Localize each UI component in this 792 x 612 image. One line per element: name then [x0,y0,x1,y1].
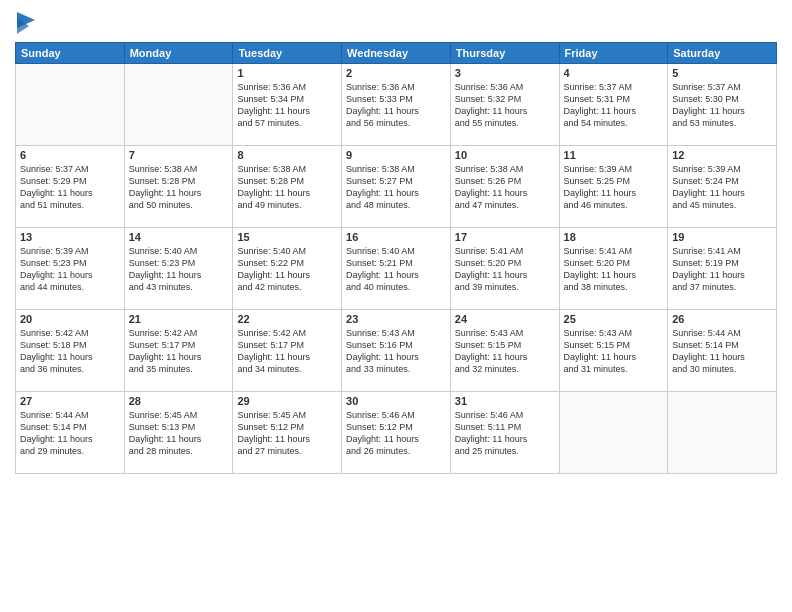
calendar-cell: 30Sunrise: 5:46 AM Sunset: 5:12 PM Dayli… [342,391,451,473]
cell-content: Sunrise: 5:38 AM Sunset: 5:26 PM Dayligh… [455,163,555,212]
cell-content: Sunrise: 5:36 AM Sunset: 5:34 PM Dayligh… [237,81,337,130]
day-number: 3 [455,67,555,79]
calendar-cell: 26Sunrise: 5:44 AM Sunset: 5:14 PM Dayli… [668,309,777,391]
calendar-cell: 8Sunrise: 5:38 AM Sunset: 5:28 PM Daylig… [233,145,342,227]
calendar-cell: 22Sunrise: 5:42 AM Sunset: 5:17 PM Dayli… [233,309,342,391]
day-number: 5 [672,67,772,79]
day-number: 4 [564,67,664,79]
calendar-cell: 3Sunrise: 5:36 AM Sunset: 5:32 PM Daylig… [450,63,559,145]
day-number: 22 [237,313,337,325]
day-number: 1 [237,67,337,79]
calendar-day-header: Wednesday [342,42,451,63]
calendar-cell [16,63,125,145]
calendar-cell: 24Sunrise: 5:43 AM Sunset: 5:15 PM Dayli… [450,309,559,391]
cell-content: Sunrise: 5:45 AM Sunset: 5:12 PM Dayligh… [237,409,337,458]
cell-content: Sunrise: 5:39 AM Sunset: 5:24 PM Dayligh… [672,163,772,212]
day-number: 31 [455,395,555,407]
calendar-cell: 19Sunrise: 5:41 AM Sunset: 5:19 PM Dayli… [668,227,777,309]
calendar-cell: 20Sunrise: 5:42 AM Sunset: 5:18 PM Dayli… [16,309,125,391]
calendar-week-row: 27Sunrise: 5:44 AM Sunset: 5:14 PM Dayli… [16,391,777,473]
header [15,10,777,34]
calendar-cell: 6Sunrise: 5:37 AM Sunset: 5:29 PM Daylig… [16,145,125,227]
day-number: 20 [20,313,120,325]
day-number: 27 [20,395,120,407]
cell-content: Sunrise: 5:46 AM Sunset: 5:12 PM Dayligh… [346,409,446,458]
calendar-cell: 29Sunrise: 5:45 AM Sunset: 5:12 PM Dayli… [233,391,342,473]
calendar-cell: 21Sunrise: 5:42 AM Sunset: 5:17 PM Dayli… [124,309,233,391]
calendar-day-header: Tuesday [233,42,342,63]
cell-content: Sunrise: 5:37 AM Sunset: 5:31 PM Dayligh… [564,81,664,130]
calendar-cell: 25Sunrise: 5:43 AM Sunset: 5:15 PM Dayli… [559,309,668,391]
calendar-cell: 17Sunrise: 5:41 AM Sunset: 5:20 PM Dayli… [450,227,559,309]
calendar-header-row: SundayMondayTuesdayWednesdayThursdayFrid… [16,42,777,63]
day-number: 18 [564,231,664,243]
day-number: 26 [672,313,772,325]
calendar-day-header: Saturday [668,42,777,63]
day-number: 14 [129,231,229,243]
cell-content: Sunrise: 5:39 AM Sunset: 5:23 PM Dayligh… [20,245,120,294]
day-number: 7 [129,149,229,161]
calendar-day-header: Thursday [450,42,559,63]
calendar-week-row: 1Sunrise: 5:36 AM Sunset: 5:34 PM Daylig… [16,63,777,145]
day-number: 2 [346,67,446,79]
day-number: 28 [129,395,229,407]
day-number: 17 [455,231,555,243]
calendar-cell: 9Sunrise: 5:38 AM Sunset: 5:27 PM Daylig… [342,145,451,227]
calendar-cell: 1Sunrise: 5:36 AM Sunset: 5:34 PM Daylig… [233,63,342,145]
calendar-day-header: Friday [559,42,668,63]
calendar-table: SundayMondayTuesdayWednesdayThursdayFrid… [15,42,777,474]
cell-content: Sunrise: 5:38 AM Sunset: 5:28 PM Dayligh… [237,163,337,212]
cell-content: Sunrise: 5:42 AM Sunset: 5:17 PM Dayligh… [237,327,337,376]
cell-content: Sunrise: 5:45 AM Sunset: 5:13 PM Dayligh… [129,409,229,458]
calendar-cell: 7Sunrise: 5:38 AM Sunset: 5:28 PM Daylig… [124,145,233,227]
calendar-cell: 2Sunrise: 5:36 AM Sunset: 5:33 PM Daylig… [342,63,451,145]
calendar-cell: 4Sunrise: 5:37 AM Sunset: 5:31 PM Daylig… [559,63,668,145]
day-number: 30 [346,395,446,407]
cell-content: Sunrise: 5:42 AM Sunset: 5:18 PM Dayligh… [20,327,120,376]
cell-content: Sunrise: 5:46 AM Sunset: 5:11 PM Dayligh… [455,409,555,458]
page-container: SundayMondayTuesdayWednesdayThursdayFrid… [0,0,792,612]
cell-content: Sunrise: 5:41 AM Sunset: 5:20 PM Dayligh… [455,245,555,294]
cell-content: Sunrise: 5:36 AM Sunset: 5:33 PM Dayligh… [346,81,446,130]
day-number: 19 [672,231,772,243]
cell-content: Sunrise: 5:39 AM Sunset: 5:25 PM Dayligh… [564,163,664,212]
day-number: 21 [129,313,229,325]
calendar-day-header: Monday [124,42,233,63]
day-number: 9 [346,149,446,161]
calendar-cell: 27Sunrise: 5:44 AM Sunset: 5:14 PM Dayli… [16,391,125,473]
calendar-cell: 15Sunrise: 5:40 AM Sunset: 5:22 PM Dayli… [233,227,342,309]
calendar-cell: 23Sunrise: 5:43 AM Sunset: 5:16 PM Dayli… [342,309,451,391]
calendar-cell: 13Sunrise: 5:39 AM Sunset: 5:23 PM Dayli… [16,227,125,309]
calendar-cell: 28Sunrise: 5:45 AM Sunset: 5:13 PM Dayli… [124,391,233,473]
day-number: 24 [455,313,555,325]
cell-content: Sunrise: 5:40 AM Sunset: 5:23 PM Dayligh… [129,245,229,294]
calendar-week-row: 6Sunrise: 5:37 AM Sunset: 5:29 PM Daylig… [16,145,777,227]
calendar-cell: 14Sunrise: 5:40 AM Sunset: 5:23 PM Dayli… [124,227,233,309]
calendar-cell [668,391,777,473]
cell-content: Sunrise: 5:44 AM Sunset: 5:14 PM Dayligh… [20,409,120,458]
day-number: 23 [346,313,446,325]
cell-content: Sunrise: 5:37 AM Sunset: 5:29 PM Dayligh… [20,163,120,212]
cell-content: Sunrise: 5:41 AM Sunset: 5:19 PM Dayligh… [672,245,772,294]
calendar-day-header: Sunday [16,42,125,63]
cell-content: Sunrise: 5:40 AM Sunset: 5:22 PM Dayligh… [237,245,337,294]
day-number: 8 [237,149,337,161]
cell-content: Sunrise: 5:43 AM Sunset: 5:15 PM Dayligh… [455,327,555,376]
day-number: 12 [672,149,772,161]
calendar-cell: 11Sunrise: 5:39 AM Sunset: 5:25 PM Dayli… [559,145,668,227]
cell-content: Sunrise: 5:36 AM Sunset: 5:32 PM Dayligh… [455,81,555,130]
cell-content: Sunrise: 5:38 AM Sunset: 5:27 PM Dayligh… [346,163,446,212]
cell-content: Sunrise: 5:38 AM Sunset: 5:28 PM Dayligh… [129,163,229,212]
calendar-cell: 10Sunrise: 5:38 AM Sunset: 5:26 PM Dayli… [450,145,559,227]
calendar-cell [559,391,668,473]
calendar-cell: 18Sunrise: 5:41 AM Sunset: 5:20 PM Dayli… [559,227,668,309]
day-number: 10 [455,149,555,161]
cell-content: Sunrise: 5:43 AM Sunset: 5:16 PM Dayligh… [346,327,446,376]
day-number: 15 [237,231,337,243]
cell-content: Sunrise: 5:43 AM Sunset: 5:15 PM Dayligh… [564,327,664,376]
logo [15,10,35,34]
cell-content: Sunrise: 5:42 AM Sunset: 5:17 PM Dayligh… [129,327,229,376]
day-number: 11 [564,149,664,161]
calendar-cell [124,63,233,145]
calendar-week-row: 13Sunrise: 5:39 AM Sunset: 5:23 PM Dayli… [16,227,777,309]
